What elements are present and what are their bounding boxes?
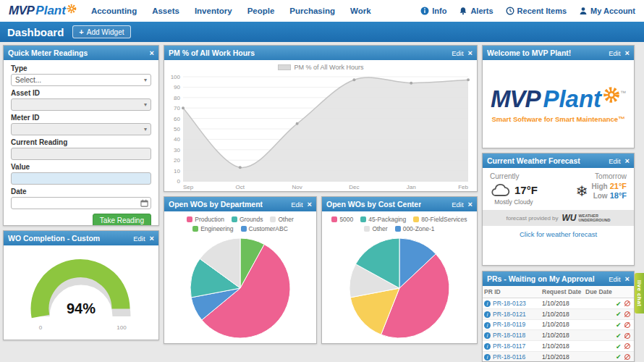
legend-swatch — [192, 226, 198, 232]
legend-swatch — [395, 226, 401, 232]
weather-forecast-link[interactable]: Click for weather forecast — [483, 230, 634, 238]
pr-link[interactable]: PR-18-0119 — [493, 321, 525, 328]
live-chat-tab[interactable]: live chat — [635, 273, 644, 313]
nav-item-accounting[interactable]: Accounting — [91, 7, 137, 15]
svg-text:Dec: Dec — [349, 184, 359, 190]
pr-id-cell: iPR-18-0117 — [483, 341, 541, 352]
info-icon[interactable]: i — [484, 354, 491, 361]
deny-icon[interactable] — [624, 343, 630, 349]
close-icon[interactable]: × — [625, 156, 630, 165]
add-widget-button[interactable]: + Add Widget — [72, 25, 130, 38]
pr-link[interactable]: PR-18-0117 — [493, 342, 525, 350]
close-icon[interactable]: × — [468, 200, 473, 209]
close-icon[interactable]: × — [625, 49, 630, 57]
close-icon[interactable]: × — [308, 200, 312, 209]
close-icon[interactable]: × — [150, 234, 154, 243]
svg-text:70: 70 — [174, 105, 180, 111]
pr-link[interactable]: PR-18-0123 — [493, 300, 526, 307]
col-request-date: Request Date — [541, 286, 584, 298]
close-icon[interactable]: × — [150, 49, 154, 57]
edit-link[interactable]: Edit — [133, 235, 145, 243]
nav-info[interactable]: Info — [420, 7, 446, 15]
legend-item: Production — [187, 215, 224, 223]
legend-swatch — [278, 64, 291, 70]
nav-my-account[interactable]: My Account — [579, 7, 635, 15]
provider-line2: UNDERGROUND — [579, 218, 611, 222]
date-field — [11, 197, 151, 209]
deny-icon[interactable] — [624, 322, 630, 328]
request-date-cell: 1/10/2018 — [541, 351, 584, 362]
gauge-svg: 94%0100 — [4, 251, 158, 334]
pm-work-hours-panel: PM % of All Work Hours Edit × PM % of Al… — [164, 45, 478, 192]
pr-row: iPR-18-01231/10/2018✔ — [483, 298, 634, 309]
deny-icon[interactable] — [624, 300, 630, 306]
nav-recent-items[interactable]: Recent Items — [506, 7, 567, 15]
edit-link[interactable]: Edit — [291, 201, 302, 209]
approve-icon[interactable]: ✔ — [616, 342, 622, 350]
approve-icon[interactable]: ✔ — [616, 353, 622, 361]
svg-text:Feb: Feb — [458, 184, 468, 190]
take-reading-button[interactable]: Take Reading — [93, 214, 151, 226]
close-icon[interactable]: × — [468, 49, 473, 57]
pm-chart-body: PM % of All Work Hours 01020304050607080… — [164, 60, 477, 192]
deny-icon[interactable] — [624, 354, 630, 360]
nav-alerts[interactable]: Alerts — [459, 7, 493, 15]
logo-mvp-text: MVP — [491, 85, 541, 113]
info-icon[interactable]: i — [484, 332, 491, 339]
edit-link[interactable]: Edit — [452, 201, 463, 209]
panel-title: Quick Meter Readings — [8, 49, 88, 57]
edit-link[interactable]: Edit — [609, 157, 620, 165]
svg-text:94%: 94% — [67, 300, 96, 316]
approve-icon[interactable]: ✔ — [616, 332, 622, 340]
svg-text:Oct: Oct — [236, 184, 245, 190]
legend-swatch — [187, 216, 192, 222]
approve-icon[interactable]: ✔ — [616, 300, 622, 307]
pr-row: iPR-18-01161/10/2018✔ — [483, 351, 634, 362]
pm-area-chart: 0102030405060708090100SepOctNovDecJanFeb — [164, 73, 477, 191]
calendar-icon[interactable] — [140, 199, 148, 207]
edit-link[interactable]: Edit — [609, 275, 620, 283]
value-input[interactable] — [11, 172, 151, 185]
type-label: Type — [11, 64, 151, 72]
current-reading-input[interactable] — [11, 148, 151, 160]
info-icon[interactable]: i — [484, 311, 491, 318]
panel-header: Open WOs by Department Edit × — [164, 197, 316, 211]
approve-icon[interactable]: ✔ — [616, 311, 622, 318]
current-reading-label: Current Reading — [11, 138, 151, 146]
svg-text:100: 100 — [171, 74, 181, 80]
svg-text:20: 20 — [174, 157, 180, 164]
nav-recent-items-label: Recent Items — [517, 7, 567, 15]
nav-item-purchasing[interactable]: Purchasing — [289, 7, 335, 15]
provider-prefix: forecast provided by — [506, 215, 558, 222]
edit-link[interactable]: Edit — [452, 49, 463, 57]
nav-item-work[interactable]: Work — [350, 7, 371, 15]
pr-link[interactable]: PR-18-0118 — [493, 332, 525, 339]
deny-icon[interactable] — [624, 311, 630, 317]
nav-item-assets[interactable]: Assets — [152, 7, 179, 15]
actions-cell: ✔ — [614, 298, 634, 309]
deny-icon[interactable] — [624, 333, 630, 339]
approve-icon[interactable]: ✔ — [616, 321, 622, 329]
panel-title: Open WOs by Department — [169, 200, 263, 209]
pr-row: iPR-18-01171/10/2018✔ — [483, 341, 634, 352]
request-date-cell: 1/10/2018 — [541, 341, 584, 352]
top-navbar: MVP Plant Accounting Assets Inventory Pe… — [0, 0, 644, 22]
pr-link[interactable]: PR-18-0116 — [493, 353, 525, 361]
legend-label: 80-FieldServices — [421, 216, 467, 223]
app-logo[interactable]: MVP Plant — [9, 4, 77, 18]
due-date-cell — [584, 298, 614, 309]
type-select[interactable]: Select... ▾ — [11, 74, 151, 86]
nav-item-inventory[interactable]: Inventory — [195, 7, 232, 15]
chevron-down-icon: ▾ — [144, 77, 147, 83]
info-icon[interactable]: i — [484, 322, 491, 329]
close-icon[interactable]: × — [625, 274, 630, 283]
legend-item: 000-Zone-1 — [395, 224, 435, 232]
meter-id-select[interactable]: ▾ — [11, 123, 151, 135]
edit-link[interactable]: Edit — [609, 49, 620, 57]
nav-item-people[interactable]: People — [247, 7, 275, 15]
asset-id-select[interactable]: ▾ — [11, 98, 151, 111]
date-input[interactable] — [11, 197, 151, 209]
pr-link[interactable]: PR-18-0121 — [493, 311, 526, 318]
info-icon[interactable]: i — [484, 343, 491, 350]
info-icon[interactable]: i — [484, 300, 491, 307]
